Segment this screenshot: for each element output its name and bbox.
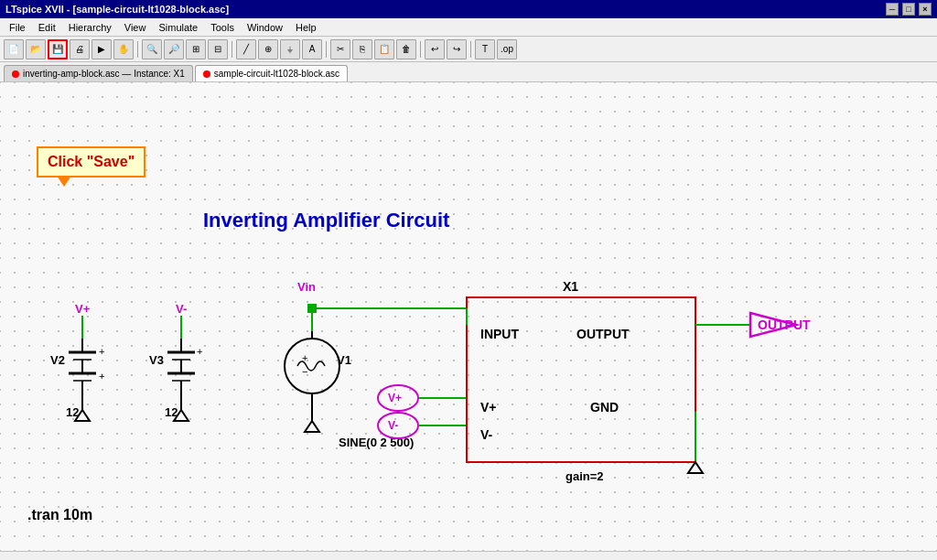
- redo-button[interactable]: ↪: [447, 39, 467, 59]
- title-bar: LTspice XVII - [sample-circuit-lt1028-bl…: [0, 0, 937, 18]
- x1-block: [467, 297, 695, 462]
- undo-button[interactable]: ↩: [425, 39, 445, 59]
- copy-button[interactable]: ⎘: [352, 39, 372, 59]
- vminus-port-label: V-: [480, 427, 493, 442]
- svg-point-25: [285, 339, 339, 393]
- sep1: [137, 41, 138, 58]
- callout-text: Click "Save": [48, 154, 135, 169]
- output-arrow-label: OUTPUT: [758, 318, 811, 332]
- menu-file[interactable]: File: [4, 20, 31, 35]
- tran-label: .tran 10m: [27, 507, 92, 522]
- toolbar: 📄 📂 💾 🖨 ▶ ✋ 🔍 🔎 ⊞ ⊟ ╱ ⊕ ⏚ A ✂ ⎘ 📋 🗑 ↩ ↪ …: [0, 37, 937, 62]
- v3-label: V3: [149, 353, 164, 367]
- x1-label: X1: [563, 279, 578, 294]
- menu-help[interactable]: Help: [290, 20, 322, 35]
- gain-label: gain=2: [565, 469, 604, 483]
- cut-button[interactable]: ✂: [330, 39, 350, 59]
- zoom-out-button[interactable]: 🔎: [164, 39, 184, 59]
- title-bar-text: LTspice XVII - [sample-circuit-lt1028-bl…: [5, 4, 229, 15]
- svg-text:+: +: [197, 346, 202, 357]
- v1-label: V1: [337, 353, 351, 367]
- title-bar-controls[interactable]: ─ □ ×: [886, 3, 932, 16]
- callout-tooltip: Click "Save": [37, 146, 145, 178]
- delete-button[interactable]: 🗑: [396, 39, 416, 59]
- save-button[interactable]: 💾: [48, 39, 68, 59]
- v2-label: V2: [50, 353, 65, 367]
- gnd-port-label: GND: [590, 400, 619, 415]
- tab-bar: inverting-amp-block.asc — Instance: X1 s…: [0, 62, 937, 82]
- zoom-select-button[interactable]: ⊟: [208, 39, 228, 59]
- sep5: [470, 41, 471, 58]
- maximize-button[interactable]: □: [902, 3, 915, 16]
- vplus-port-label: V+: [480, 400, 497, 415]
- minimize-button[interactable]: ─: [886, 3, 899, 16]
- spice-button[interactable]: .op: [497, 39, 517, 59]
- input-port-label: INPUT: [480, 327, 519, 341]
- tab-icon-1: [12, 70, 19, 78]
- label-button[interactable]: A: [302, 39, 322, 59]
- vminus-label-left: V-: [176, 302, 187, 316]
- menu-edit[interactable]: Edit: [33, 20, 61, 35]
- zoom-in-button[interactable]: 🔍: [142, 39, 162, 59]
- tab-icon-2: [203, 70, 210, 78]
- menu-tools[interactable]: Tools: [205, 20, 240, 35]
- close-button[interactable]: ×: [919, 3, 932, 16]
- sep2: [232, 41, 232, 58]
- svg-marker-30: [305, 421, 319, 432]
- tab-inverting-amp[interactable]: inverting-amp-block.asc — Instance: X1: [4, 65, 193, 81]
- sep3: [326, 41, 327, 58]
- vplus-label-left: V+: [75, 302, 91, 316]
- vplus-source: V+: [388, 392, 402, 404]
- svg-text:+: +: [99, 371, 104, 382]
- output-port-label: OUTPUT: [576, 327, 630, 341]
- new-button[interactable]: 📄: [4, 39, 24, 59]
- zoom-fit-button[interactable]: ⊞: [186, 39, 206, 59]
- run-button[interactable]: ▶: [92, 39, 112, 59]
- hand-button[interactable]: ✋: [113, 39, 134, 59]
- canvas-area[interactable]: Click "Save" Inverting Amplifier Circuit…: [0, 82, 937, 551]
- paste-button[interactable]: 📋: [374, 39, 394, 59]
- menu-hierarchy[interactable]: Hierarchy: [63, 20, 117, 35]
- menu-view[interactable]: View: [119, 20, 152, 35]
- tab-sample-circuit[interactable]: sample-circuit-lt1028-block.asc: [195, 65, 348, 81]
- vminus-source: V-: [388, 419, 398, 432]
- print-button[interactable]: 🖨: [70, 39, 90, 59]
- circuit-title: Inverting Amplifier Circuit: [203, 209, 449, 232]
- menu-simulate[interactable]: Simulate: [153, 20, 203, 35]
- component-button[interactable]: ⊕: [258, 39, 278, 59]
- ground-button[interactable]: ⏚: [280, 39, 300, 59]
- tab-label-2: sample-circuit-lt1028-block.asc: [214, 69, 339, 79]
- open-button[interactable]: 📂: [26, 39, 46, 59]
- menu-bar: File Edit Hierarchy View Simulate Tools …: [0, 18, 937, 37]
- wire-button[interactable]: ╱: [236, 39, 256, 59]
- status-bar: [0, 551, 937, 560]
- text-button[interactable]: T: [475, 39, 495, 59]
- tab-label-1: inverting-amp-block.asc — Instance: X1: [23, 69, 185, 79]
- sep4: [420, 41, 421, 58]
- vin-label: Vin: [297, 280, 316, 294]
- svg-marker-39: [688, 462, 703, 473]
- svg-text:+: +: [99, 346, 104, 357]
- menu-window[interactable]: Window: [242, 20, 288, 35]
